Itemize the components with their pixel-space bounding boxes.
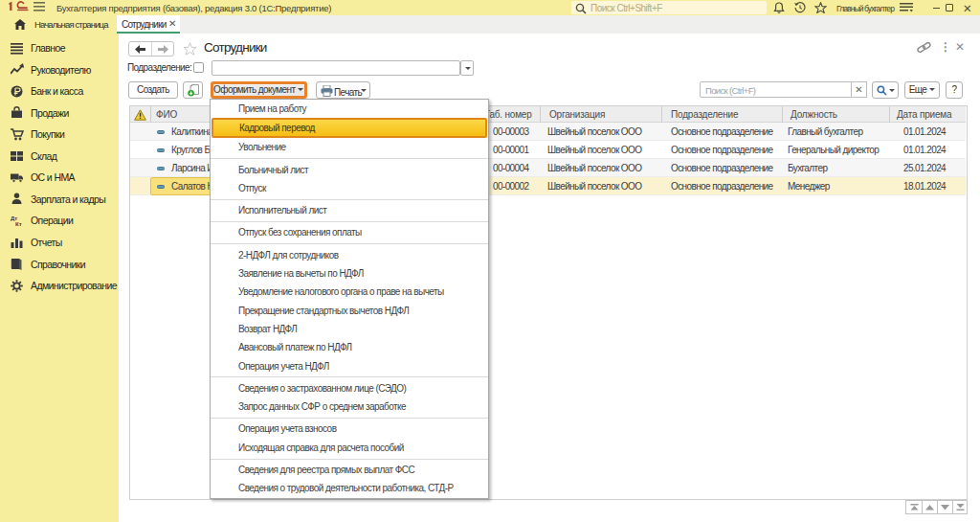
- svg-text:Кт: Кт: [15, 221, 22, 227]
